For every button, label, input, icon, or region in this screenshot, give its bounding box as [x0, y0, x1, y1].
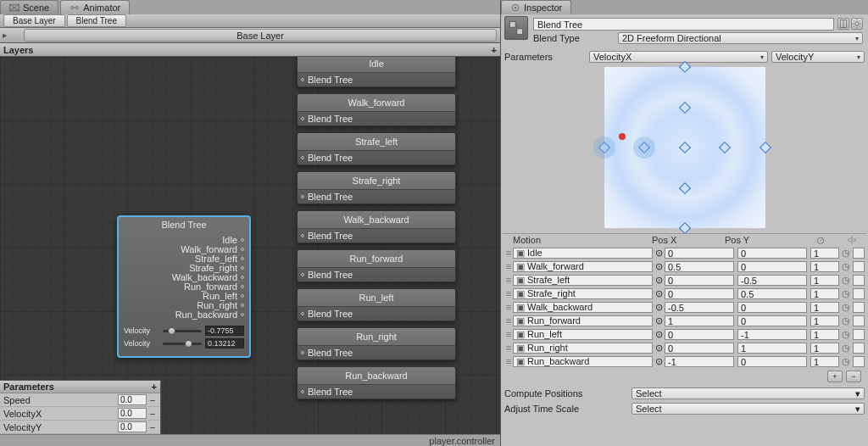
motion-node[interactable]: Run_leftBlend Tree	[297, 288, 456, 321]
remove-parameter-button[interactable]: −	[147, 395, 159, 405]
blend-cursor[interactable]	[619, 133, 626, 140]
speed-field[interactable]: 1	[810, 248, 839, 259]
breadcrumb-blend-tree[interactable]: Blend Tree	[67, 14, 126, 27]
pos-x-field[interactable]: 0	[665, 343, 734, 354]
timescale-icon[interactable]: ◷	[839, 329, 853, 340]
compute-positions-dropdown[interactable]: Select ▾	[632, 387, 865, 399]
timescale-icon[interactable]: ◷	[839, 343, 853, 354]
drag-handle-icon[interactable]: ≡	[504, 329, 513, 339]
motion-node[interactable]: Run_forwardBlend Tree	[297, 249, 456, 282]
pos-x-field[interactable]: 0	[665, 288, 734, 299]
mirror-checkbox[interactable]	[853, 329, 865, 340]
parameter-value-field[interactable]: 0.0	[118, 408, 147, 419]
motion-picker-button[interactable]: ⊙	[653, 248, 665, 259]
pos-y-field[interactable]: 0.5	[737, 288, 807, 299]
drag-handle-icon[interactable]: ≡	[504, 261, 513, 271]
motion-node[interactable]: Run_rightBlend Tree	[297, 327, 456, 360]
pos-x-field[interactable]: -1	[665, 356, 734, 367]
parameter-row[interactable]: VelocityX0.0−	[0, 407, 160, 421]
breadcrumb-base-layer[interactable]: Base Layer	[3, 14, 65, 27]
speed-field[interactable]: 1	[810, 343, 839, 354]
drag-handle-icon[interactable]: ≡	[504, 356, 513, 366]
pos-y-field[interactable]: -1	[737, 329, 807, 340]
drag-handle-icon[interactable]: ≡	[504, 315, 513, 326]
motion-node[interactable]: Run_backwardBlend Tree	[297, 366, 456, 399]
pos-y-field[interactable]: 0	[737, 248, 807, 259]
speed-field[interactable]: 1	[810, 315, 839, 326]
blend-point[interactable]	[759, 142, 771, 153]
pos-y-field[interactable]: 0	[737, 356, 807, 367]
motion-picker-button[interactable]: ⊙	[653, 275, 665, 286]
blend-point[interactable]	[678, 181, 690, 193]
mirror-checkbox[interactable]	[853, 302, 865, 313]
motion-picker-button[interactable]: ⊙	[653, 315, 665, 326]
motion-picker-button[interactable]: ⊙	[653, 302, 665, 313]
blend-space-graph[interactable]	[604, 67, 765, 228]
blend-tree-node[interactable]: Blend Tree IdleWalk_forwardStrafe_leftSt…	[117, 215, 251, 358]
drag-handle-icon[interactable]: ≡	[504, 288, 513, 298]
blend-point[interactable]	[678, 61, 690, 73]
pos-y-field[interactable]: 0	[737, 302, 807, 313]
param-x-dropdown[interactable]: VelocityX ▾	[589, 51, 768, 63]
drag-handle-icon[interactable]: ≡	[504, 343, 513, 353]
motion-name-field[interactable]: ▣Strafe_left	[513, 275, 653, 286]
base-layer-button[interactable]: Base Layer	[24, 29, 497, 42]
parameter-value-field[interactable]: 0.0	[118, 421, 147, 432]
motion-name-field[interactable]: ▣Run_left	[513, 329, 653, 340]
mirror-checkbox[interactable]	[853, 261, 865, 272]
param-y-dropdown[interactable]: VelocityY ▾	[771, 51, 865, 63]
timescale-icon[interactable]: ◷	[839, 261, 853, 272]
motion-picker-button[interactable]: ⊙	[653, 356, 665, 367]
speed-field[interactable]: 1	[810, 261, 839, 272]
mirror-checkbox[interactable]	[853, 288, 865, 299]
timescale-icon[interactable]: ◷	[839, 248, 853, 259]
motion-picker-button[interactable]: ⊙	[653, 329, 665, 340]
motion-node[interactable]: Strafe_leftBlend Tree	[297, 132, 456, 165]
inspector-name-field[interactable]: Blend Tree	[533, 18, 834, 31]
blend-point[interactable]	[678, 101, 690, 113]
pos-x-field[interactable]: 0	[665, 275, 734, 286]
pos-x-field[interactable]: 1	[665, 315, 734, 326]
speed-field[interactable]: 1	[810, 356, 839, 367]
blend-tree-slider[interactable]: Velocity0.13212	[124, 338, 244, 348]
mirror-checkbox[interactable]	[853, 275, 865, 286]
motion-name-field[interactable]: ▣Run_right	[513, 343, 653, 354]
blend-point[interactable]	[678, 222, 690, 234]
layer-play-icon[interactable]: ▸	[0, 28, 10, 42]
timescale-icon[interactable]: ◷	[839, 356, 853, 367]
parameter-value-field[interactable]: 0.0	[118, 394, 147, 405]
remove-parameter-button[interactable]: −	[147, 422, 159, 432]
blend-point[interactable]	[719, 142, 731, 153]
add-parameter-button[interactable]: +	[152, 382, 157, 392]
motion-name-field[interactable]: ▣Run_forward	[513, 315, 653, 326]
mirror-checkbox[interactable]	[853, 315, 865, 326]
drag-handle-icon[interactable]: ≡	[504, 275, 513, 285]
speed-field[interactable]: 1	[810, 288, 839, 299]
settings-button[interactable]	[851, 18, 863, 30]
pos-x-field[interactable]: 0	[665, 248, 734, 259]
parameter-row[interactable]: Speed0.0−	[0, 393, 160, 407]
tab-animator[interactable]: Animator	[60, 0, 130, 14]
motion-node[interactable]: IdleBlend Tree	[297, 57, 456, 87]
motion-name-field[interactable]: ▣Walk_backward	[513, 302, 653, 313]
pos-y-field[interactable]: 0	[737, 261, 807, 272]
pos-y-field[interactable]: 1	[737, 343, 807, 354]
drag-handle-icon[interactable]: ≡	[504, 248, 513, 258]
motion-picker-button[interactable]: ⊙	[653, 288, 665, 299]
pos-x-field[interactable]: 0.5	[665, 261, 734, 272]
motion-name-field[interactable]: ▣Run_backward	[513, 356, 653, 367]
motion-name-field[interactable]: ▣Strafe_right	[513, 288, 653, 299]
blend-point[interactable]	[678, 142, 690, 153]
timescale-icon[interactable]: ◷	[839, 315, 853, 326]
motion-name-field[interactable]: ▣Walk_forward	[513, 261, 653, 272]
motion-picker-button[interactable]: ⊙	[653, 343, 665, 354]
speed-field[interactable]: 1	[810, 302, 839, 313]
timescale-icon[interactable]: ◷	[839, 275, 853, 286]
timescale-icon[interactable]: ◷	[839, 288, 853, 299]
help-button[interactable]	[837, 18, 849, 30]
add-motion-button[interactable]: +	[827, 371, 843, 382]
adjust-time-scale-dropdown[interactable]: Select ▾	[632, 403, 865, 415]
speed-field[interactable]: 1	[810, 275, 839, 286]
motion-node[interactable]: Walk_forwardBlend Tree	[297, 93, 456, 126]
tab-inspector[interactable]: Inspector	[501, 0, 571, 14]
